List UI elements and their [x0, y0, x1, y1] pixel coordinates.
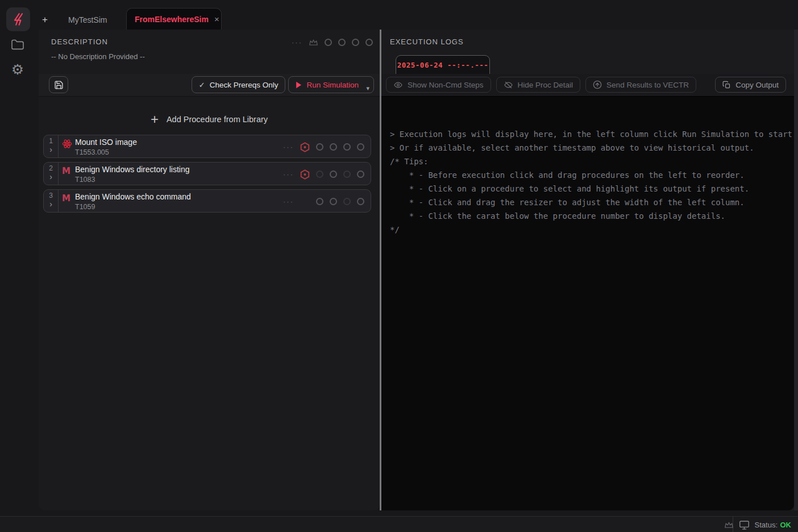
expand-chevron-icon[interactable]: ›: [49, 146, 52, 154]
expand-chevron-icon[interactable]: ›: [49, 173, 52, 181]
check-prereqs-button[interactable]: ✓ Check Prereqs Only: [192, 76, 286, 93]
status-ring-icon[interactable]: [343, 198, 351, 205]
timestamp-tab-label: 2025-06-24 --:--.---: [397, 61, 489, 69]
status-ring-icon[interactable]: [330, 171, 337, 178]
procedure-number-column: 1 ›: [44, 135, 59, 157]
description-title: DESCRIPTION: [51, 38, 108, 46]
execution-logs-title: EXECUTION LOGS: [390, 38, 464, 46]
chevron-down-icon[interactable]: ▾: [366, 85, 369, 92]
expand-chevron-icon[interactable]: ›: [49, 200, 52, 209]
status-ring-icon[interactable]: [316, 198, 323, 205]
simulation-panel: DESCRIPTION ··· -- No Description Provid…: [39, 30, 380, 510]
procedure-content: M Benign Windows echo command T1059 ···: [59, 190, 371, 212]
procedure-row-echo-command[interactable]: 3 › M Benign Windows echo command T1059 …: [43, 189, 371, 213]
crown-icon[interactable]: [724, 521, 734, 529]
run-simulation-button[interactable]: Run Simulation ▾: [288, 76, 374, 93]
more-options-icon[interactable]: ···: [283, 143, 294, 151]
status-ring-icon[interactable]: [325, 39, 332, 46]
log-line: > Or if available, select another timest…: [390, 141, 794, 155]
show-non-cmd-steps-label: Show Non-Cmd Steps: [408, 81, 484, 89]
logs-toolbar: Show Non-Cmd Steps Hide Proc Detail: [381, 74, 794, 97]
tab-mytestsim[interactable]: MyTestSim: [68, 15, 107, 24]
procedure-title: Benign Windows echo command: [75, 192, 191, 201]
timestamp-tab[interactable]: 2025-06-24 --:--.---: [396, 55, 490, 74]
save-button[interactable]: [49, 76, 68, 93]
status-ring-icon[interactable]: [352, 39, 359, 46]
log-line: /* Tips:: [390, 155, 794, 168]
status-ring-icon[interactable]: [338, 39, 346, 46]
procedure-number: 3: [49, 192, 53, 200]
crown-icon[interactable]: [309, 38, 318, 47]
atom-icon: [62, 139, 72, 149]
plus-icon: +: [151, 111, 159, 127]
log-output-area[interactable]: > Execution logs will display here, in t…: [381, 97, 794, 510]
lightning-icon: [11, 12, 26, 27]
log-line: */: [390, 223, 794, 236]
status-ring-icon[interactable]: [357, 143, 364, 151]
new-tab-button[interactable]: +: [42, 14, 48, 26]
run-simulation-label: Run Simulation: [306, 81, 359, 89]
procedure-content: M Benign Windows directory listing T1083…: [59, 163, 371, 185]
description-header-icons: ···: [292, 38, 373, 47]
log-line: * - Before execution click and drag proc…: [390, 168, 794, 182]
procedure-technique-id: T1553.005: [75, 148, 109, 156]
hide-proc-detail-label: Hide Proc Detail: [518, 81, 573, 89]
description-placeholder: -- No Description Provided --: [51, 52, 145, 61]
procedure-technique-id: T1083: [75, 176, 95, 184]
more-options-icon[interactable]: ···: [283, 197, 294, 206]
log-line: * - Click on a procedure to select and h…: [390, 182, 794, 196]
copy-icon: [722, 81, 731, 89]
tab-label: FromElsewhereSim: [135, 15, 209, 24]
check-prereqs-label: Check Prereqs Only: [210, 81, 279, 89]
save-icon: [54, 80, 64, 90]
status-ring-icon[interactable]: [365, 39, 373, 46]
status-bar: Status: OK: [0, 516, 798, 532]
procedure-number-column: 2 ›: [44, 163, 59, 185]
procedure-status-icons: ···: [283, 163, 364, 186]
mitre-m-icon: M: [62, 193, 70, 203]
procedure-number: 2: [49, 164, 53, 172]
status-ring-icon[interactable]: [357, 171, 364, 178]
status-ring-icon[interactable]: [343, 171, 351, 178]
add-procedure-button[interactable]: + Add Procedure from Library: [39, 107, 380, 132]
more-options-icon[interactable]: ···: [292, 38, 302, 47]
monitor-icon[interactable]: [739, 520, 750, 530]
copy-output-button[interactable]: Copy Output: [715, 77, 786, 93]
procedure-row-mount-iso[interactable]: 1 › Mount ISO image T1553.005 ···: [43, 135, 371, 158]
arrow-up-circle-icon: [593, 80, 602, 89]
procedure-content: Mount ISO image T1553.005 ···: [59, 135, 371, 157]
status-ring-icon[interactable]: [357, 198, 364, 205]
status-ring-icon[interactable]: [343, 143, 351, 151]
eye-off-icon: [504, 81, 513, 89]
eye-icon: [393, 81, 403, 89]
procedure-status-icons: ···: [283, 190, 364, 213]
more-options-icon[interactable]: ···: [283, 170, 294, 178]
procedure-number-column: 3 ›: [44, 190, 59, 212]
send-results-label: Send Results to VECTR: [606, 81, 689, 89]
send-results-to-vectr-button[interactable]: Send Results to VECTR: [585, 77, 696, 93]
tab-fromelsewheresim[interactable]: FromElsewhereSim ×: [126, 8, 222, 30]
log-line: > Execution logs will display here, in t…: [390, 127, 794, 141]
execution-logs-panel: EXECUTION LOGS 2025-06-24 --:--.--- Show…: [381, 30, 794, 510]
copy-output-label: Copy Output: [735, 81, 779, 89]
procedure-status-icons: ···: [283, 135, 364, 159]
status-ring-icon[interactable]: [330, 198, 337, 205]
simulation-toolbar: ✓ Check Prereqs Only Run Simulation ▾: [39, 74, 380, 97]
close-tab-icon[interactable]: ×: [214, 14, 219, 24]
procedure-row-dir-listing[interactable]: 2 › M Benign Windows directory listing T…: [43, 162, 371, 185]
vertical-scrollbar-track[interactable]: [794, 30, 798, 510]
app-logo-button[interactable]: [6, 7, 30, 31]
show-non-cmd-steps-button[interactable]: Show Non-Cmd Steps: [386, 77, 491, 93]
status-ring-icon[interactable]: [316, 171, 323, 178]
log-line: * - Click and drag the resizer to adjust…: [390, 196, 794, 209]
hexagon-indicator-icon[interactable]: [300, 142, 310, 152]
hexagon-indicator-icon[interactable]: [300, 169, 310, 180]
gear-icon[interactable]: ⚙: [0, 61, 35, 78]
log-line: * - Click the carat below the procedure …: [390, 209, 794, 223]
folder-icon[interactable]: [0, 39, 35, 51]
play-icon: [296, 81, 302, 89]
status-ring-icon[interactable]: [316, 143, 323, 151]
hide-proc-detail-button[interactable]: Hide Proc Detail: [496, 77, 581, 93]
left-rail: ⚙: [0, 0, 35, 532]
status-ring-icon[interactable]: [330, 143, 337, 151]
